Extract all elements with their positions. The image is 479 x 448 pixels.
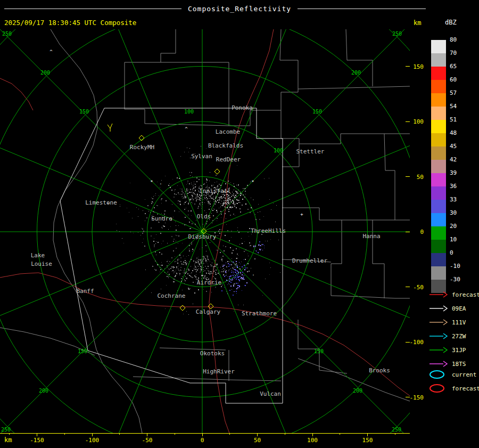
- colorbar-value-label: 51: [450, 116, 457, 123]
- colorbar-swatch-70: [431, 53, 446, 67]
- colorbar-swatch-10: [431, 240, 446, 253]
- colorbar-value-label: 60: [450, 76, 457, 83]
- product-timestamp: 2025/09/17 18:30:45 UTC Composite: [4, 19, 136, 27]
- bottom-axis-tick-label: 50: [254, 437, 261, 444]
- colorbar-swatch-65: [431, 67, 446, 80]
- colorbar-swatch-42: [431, 160, 446, 173]
- city-label: Hanna: [362, 233, 380, 240]
- legend-item-09EA: 09EA: [429, 304, 466, 313]
- ring-distance-label: 150: [312, 109, 322, 115]
- title-rule-left: [4, 9, 181, 9]
- legend-item-current: current: [429, 370, 476, 379]
- radar-site-diamond-icon: [214, 169, 220, 174]
- colorbar-value-label: 45: [450, 143, 457, 150]
- city-label: RedDeer: [216, 156, 241, 163]
- city-label: Olds: [197, 213, 211, 220]
- colorbar-swatch-51: [431, 120, 446, 133]
- legend-ellipse-icon: [429, 384, 448, 393]
- colorbar-value-label: 42: [450, 156, 457, 163]
- colorbar-title: dBZ: [445, 19, 457, 26]
- city-label: Cochrane: [158, 292, 186, 299]
- colorbar-swatch-48: [431, 133, 446, 146]
- point-marker-glyph: +: [300, 211, 303, 217]
- ring-distance-label: 150: [314, 348, 324, 354]
- legend-label: 27ZW: [452, 333, 466, 340]
- colorbar-swatch-80: [431, 40, 446, 53]
- legend-label: 111V: [452, 319, 466, 326]
- legend-item-111V: 111V: [429, 317, 466, 327]
- city-label: Sylvan: [191, 153, 212, 160]
- colorbar-swatch-39: [431, 173, 446, 186]
- legend-item-18TS: 18TS: [429, 359, 466, 369]
- city-label: Okotoks: [200, 350, 225, 357]
- colorbar-swatch-30: [431, 213, 446, 226]
- bottom-axis-tick-label: 100: [307, 437, 318, 444]
- colorbar-value-label: 20: [450, 223, 457, 230]
- radar-site-diamond-icon: [180, 305, 185, 311]
- colorbar-swatch-54: [431, 107, 446, 120]
- colorbar-value-label: 10: [450, 236, 457, 243]
- legend-arrow-icon: [429, 317, 448, 327]
- ring-distance-label: 150: [78, 348, 87, 354]
- colorbar-swatch-36: [431, 186, 446, 200]
- colorbar-value-label: 30: [450, 209, 457, 216]
- radar-map-display[interactable]: **+^^^..25020015025020015010010015020025…: [0, 29, 410, 433]
- city-label: Stettler: [296, 148, 325, 155]
- city-label: Lacombe: [216, 128, 240, 135]
- point-marker-glyph: *: [150, 180, 153, 185]
- legend-item-27ZW: 27ZW: [429, 331, 466, 341]
- point-marker-glyph: *: [251, 180, 254, 185]
- city-label: Blackfalds: [208, 142, 243, 149]
- colorbar-value-label: 48: [450, 129, 457, 136]
- legend-ellipse-icon: [429, 370, 448, 379]
- right-axis-tick-label: -50: [413, 284, 424, 291]
- ring-distance-label: 150: [79, 109, 89, 115]
- city-label: RockyMH: [130, 144, 154, 151]
- right-axis-tick-label: -100: [410, 339, 424, 346]
- legend-item-forecast: forecast: [429, 384, 479, 393]
- legend-label: current: [452, 371, 476, 378]
- right-axis-tick-label: 100: [413, 118, 424, 125]
- city-label: HighRiver: [203, 368, 235, 375]
- legend-arrow-icon: [429, 359, 448, 369]
- colorbar-value-label: 39: [450, 169, 457, 176]
- city-label: Airdrie: [197, 279, 221, 286]
- colorbar-value-label: -30: [450, 276, 460, 283]
- city-label: Banff: [76, 288, 94, 295]
- point-marker-glyph: .: [159, 180, 162, 185]
- city-label: Brooks: [369, 367, 390, 374]
- colorbar-swatch-20: [431, 226, 446, 240]
- colorbar-value-label: 70: [450, 50, 457, 56]
- legend-label: 31JP: [452, 347, 466, 354]
- ring-distance-label: 200: [351, 70, 361, 76]
- bottom-axis-tick-label: 0: [201, 437, 204, 444]
- point-marker-glyph: ^: [49, 49, 53, 54]
- ring-distance-label: 200: [40, 70, 50, 76]
- city-label: Innisfail: [199, 188, 231, 194]
- point-marker-glyph: .: [252, 271, 254, 276]
- radar-coverage-outline: [60, 108, 283, 403]
- colorbar-swatch-60: [431, 80, 446, 93]
- radar-viewer-window: Composite_Reflectivity 2025/09/17 18:30:…: [0, 0, 479, 448]
- legend-item-forecast: forecast: [429, 290, 479, 299]
- colorbar-swatch--10: [431, 266, 446, 280]
- city-label: Didsbury: [188, 233, 217, 240]
- colorbar-swatch-45: [431, 146, 446, 160]
- colorbar-value-label: 54: [450, 103, 457, 110]
- ring-distance-label: 200: [39, 388, 48, 394]
- colorbar-value-label: -10: [450, 263, 460, 270]
- right-axis-tick-label: 0: [420, 229, 424, 235]
- colorbar-swatch-57: [431, 93, 446, 107]
- titlebar: Composite_Reflectivity: [0, 5, 479, 12]
- legend-arrow-icon: [429, 345, 448, 355]
- colorbar-swatch-33: [431, 200, 446, 213]
- window-title: Composite_Reflectivity: [181, 5, 298, 13]
- right-axis-unit-label: km: [414, 19, 421, 27]
- city-label: Limestone: [85, 199, 117, 206]
- city-label: ThreeHills: [251, 227, 286, 234]
- bottom-axis-tick-label: -150: [30, 437, 44, 444]
- right-axis-tick-label: -150: [410, 394, 424, 401]
- city-label: Calgary: [196, 308, 221, 315]
- colorbar-value-label: 65: [450, 63, 457, 70]
- right-axis-tick-label: 50: [417, 174, 424, 181]
